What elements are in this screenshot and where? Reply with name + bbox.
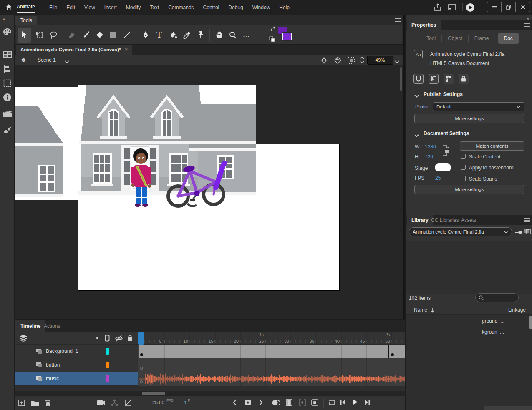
- share-icon[interactable]: [434, 3, 441, 13]
- play-circle-icon[interactable]: [466, 3, 475, 13]
- layers-stack-icon[interactable]: [20, 335, 27, 343]
- layer-row-music[interactable]: music: [15, 372, 138, 386]
- previous-keyframe-button[interactable]: [233, 399, 237, 407]
- properties-menu-icon[interactable]: [524, 23, 530, 24]
- menu-help[interactable]: Help: [279, 5, 290, 10]
- document-settings-title[interactable]: Document Settings: [424, 131, 469, 136]
- more-tools-button[interactable]: ...: [240, 28, 253, 43]
- name-column-header[interactable]: Name: [414, 307, 427, 313]
- timeline-hscrollbar-thumb[interactable]: [142, 392, 165, 395]
- library-menu-icon[interactable]: [524, 218, 530, 219]
- text-tool[interactable]: T: [152, 28, 166, 43]
- center-frame-button[interactable]: [311, 399, 318, 407]
- height-value[interactable]: 720: [425, 154, 433, 160]
- eye-slash-icon[interactable]: [115, 335, 123, 343]
- graph-editor-button[interactable]: [125, 399, 132, 407]
- show-all-layers-icon[interactable]: [96, 337, 98, 339]
- library-tab[interactable]: Library: [407, 215, 433, 225]
- docset-chevron-icon[interactable]: [414, 133, 419, 138]
- step-forward-button[interactable]: [364, 399, 370, 407]
- close-button[interactable]: [516, 2, 530, 12]
- new-library-panel-icon[interactable]: [524, 228, 531, 236]
- library-item-truncated[interactable]: kgroun_...: [482, 329, 504, 335]
- publish-settings-title[interactable]: Publish Settings: [424, 91, 463, 97]
- paint-bucket-tool[interactable]: [166, 28, 180, 43]
- menu-modify[interactable]: Modify: [126, 5, 141, 10]
- docset-more-settings-button[interactable]: More settings: [414, 185, 524, 194]
- add-camera-button[interactable]: [97, 400, 105, 407]
- library-search-input[interactable]: [486, 295, 515, 300]
- lock-button[interactable]: [459, 74, 469, 84]
- apply-pasteboard-checkbox[interactable]: [461, 165, 466, 170]
- library-item-truncated[interactable]: ground_...: [482, 318, 504, 324]
- match-contents-button[interactable]: Match contents: [460, 141, 524, 151]
- fps-value[interactable]: 25: [435, 175, 441, 181]
- profile-dropdown[interactable]: Default: [433, 102, 524, 111]
- library-file-dropdown[interactable]: Animation cycle Cymru Final 2.fla: [409, 227, 512, 236]
- menu-insert[interactable]: Insert: [104, 5, 117, 10]
- menu-text[interactable]: Text: [150, 5, 159, 10]
- ruler-button[interactable]: [444, 74, 454, 84]
- layer-row-button[interactable]: button: [15, 358, 138, 372]
- zoom-tool[interactable]: [226, 28, 240, 43]
- default-colors-icon[interactable]: [269, 36, 275, 43]
- scene-dropdown-icon[interactable]: [65, 59, 69, 65]
- lasso-tool[interactable]: [47, 28, 61, 43]
- free-transform-tool[interactable]: [33, 28, 47, 43]
- color-palette-icon[interactable]: [3, 28, 12, 38]
- brushes-icon[interactable]: [4, 126, 11, 135]
- rectangle-tool[interactable]: [106, 28, 120, 43]
- insert-keyframe-button[interactable]: [245, 399, 251, 407]
- tab-object[interactable]: Object: [442, 35, 468, 41]
- eraser-tool[interactable]: [93, 28, 106, 43]
- pen-tool[interactable]: [139, 28, 152, 43]
- menu-window[interactable]: Window: [252, 5, 270, 10]
- layer-color-chip[interactable]: [106, 348, 109, 355]
- classic-brush-tool[interactable]: [79, 28, 93, 43]
- clip-content-icon[interactable]: [348, 57, 355, 65]
- menu-edit[interactable]: Edit: [66, 5, 75, 10]
- zoom-level-input[interactable]: 49%: [367, 56, 393, 65]
- menu-control[interactable]: Control: [203, 5, 219, 10]
- timeline-tab[interactable]: Timeline: [15, 320, 45, 332]
- home-icon[interactable]: [5, 3, 13, 12]
- swap-colors-icon[interactable]: [270, 26, 277, 34]
- cc-libraries-tab[interactable]: CC Libraries: [431, 217, 459, 223]
- scene-name[interactable]: Scene 1: [38, 57, 56, 63]
- fps-value[interactable]: 25.00: [152, 400, 164, 405]
- library-vscrollbar-thumb[interactable]: [529, 316, 532, 329]
- menu-commands[interactable]: Commands: [168, 5, 194, 10]
- restore-button[interactable]: [502, 2, 516, 12]
- workspace-icon[interactable]: [448, 4, 456, 12]
- swatches-icon[interactable]: [3, 51, 12, 59]
- line-tool[interactable]: [120, 28, 134, 43]
- selection-tool[interactable]: [18, 28, 31, 43]
- properties-tab[interactable]: Properties: [407, 20, 441, 30]
- fill-color-swatch[interactable]: [282, 33, 292, 40]
- outline-column-icon[interactable]: [105, 335, 110, 343]
- menu-view[interactable]: View: [84, 5, 95, 10]
- new-layer-button[interactable]: [18, 400, 25, 407]
- link-dimensions-icon[interactable]: [442, 143, 451, 159]
- tab-doc[interactable]: Doc: [498, 33, 519, 44]
- delete-layer-button[interactable]: [45, 399, 51, 407]
- transform-panel-icon[interactable]: [3, 79, 11, 88]
- playhead-marker[interactable]: [138, 332, 144, 345]
- fluid-brush-tool[interactable]: [65, 28, 79, 43]
- menu-file[interactable]: File: [49, 5, 57, 10]
- info-icon[interactable]: [3, 93, 12, 103]
- width-value[interactable]: 1280: [425, 144, 436, 150]
- align-icon[interactable]: [3, 65, 11, 74]
- edit-multiple-frames-button[interactable]: [299, 399, 306, 407]
- asset-warp-tool[interactable]: [194, 28, 207, 43]
- eyedropper-tool[interactable]: [180, 28, 194, 43]
- publish-chevron-icon[interactable]: [414, 93, 419, 99]
- scenes-icon[interactable]: [3, 110, 12, 119]
- step-back-button[interactable]: [340, 399, 346, 407]
- current-frame-value[interactable]: 1: [184, 400, 187, 405]
- canvas-vscrollbar[interactable]: [400, 67, 402, 91]
- center-stage-icon[interactable]: [320, 57, 328, 65]
- pin-library-icon[interactable]: [515, 230, 522, 236]
- menu-debug[interactable]: Debug: [228, 5, 243, 10]
- snap-align-button[interactable]: [429, 74, 439, 84]
